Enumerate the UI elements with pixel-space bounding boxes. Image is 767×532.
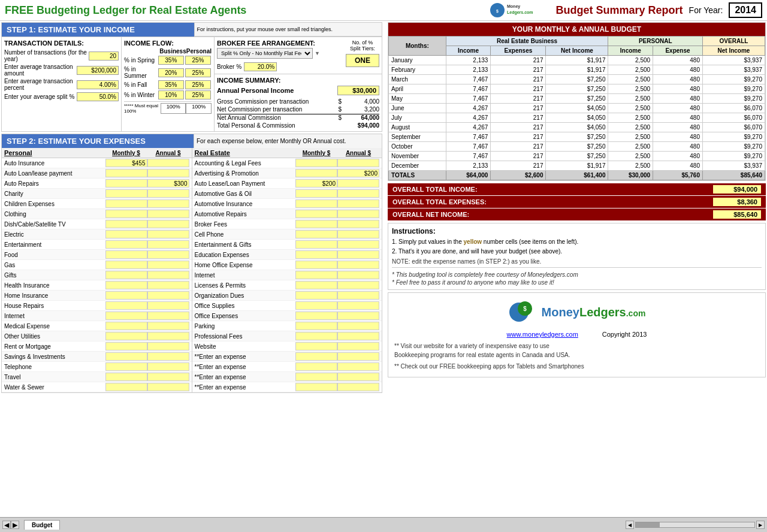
expense-annual-input[interactable] bbox=[337, 261, 379, 269]
if-summer-bus[interactable] bbox=[158, 68, 184, 77]
expense-monthly-input[interactable] bbox=[295, 271, 337, 279]
expense-annual-input[interactable] bbox=[147, 383, 189, 391]
expense-annual-input[interactable] bbox=[337, 169, 379, 177]
td-input-percent[interactable] bbox=[77, 80, 119, 89]
expense-annual-input[interactable] bbox=[337, 250, 379, 259]
expense-monthly-input[interactable] bbox=[105, 301, 147, 310]
expense-monthly-input[interactable] bbox=[295, 261, 337, 269]
expense-monthly-input[interactable] bbox=[105, 230, 147, 238]
expense-monthly-input[interactable] bbox=[295, 230, 337, 238]
expense-annual-input[interactable] bbox=[337, 312, 379, 320]
expense-annual-input[interactable] bbox=[147, 322, 189, 330]
expense-monthly-input[interactable] bbox=[105, 322, 147, 330]
expense-annual-input[interactable] bbox=[147, 240, 189, 249]
expense-monthly-input[interactable] bbox=[105, 261, 147, 269]
expense-monthly-input[interactable] bbox=[105, 291, 147, 300]
expense-annual-input[interactable] bbox=[147, 281, 189, 289]
expense-monthly-input[interactable] bbox=[105, 383, 147, 391]
expense-monthly-input[interactable] bbox=[295, 312, 337, 320]
expense-monthly-input[interactable] bbox=[105, 362, 147, 371]
expense-monthly-input[interactable] bbox=[295, 200, 337, 208]
expense-monthly-input[interactable] bbox=[105, 281, 147, 289]
scroll-right-btn[interactable]: ▶ bbox=[756, 521, 765, 529]
expense-monthly-input[interactable] bbox=[105, 271, 147, 279]
expense-annual-input[interactable] bbox=[337, 230, 379, 238]
expense-monthly-input[interactable] bbox=[105, 250, 147, 259]
expense-annual-input[interactable] bbox=[147, 362, 189, 371]
expense-annual-input[interactable] bbox=[337, 332, 379, 340]
expense-monthly-input[interactable] bbox=[295, 159, 337, 167]
expense-monthly-input[interactable] bbox=[295, 362, 337, 371]
expense-annual-input[interactable] bbox=[147, 220, 189, 228]
expense-monthly-input[interactable] bbox=[295, 342, 337, 350]
expense-monthly-input[interactable] bbox=[295, 383, 337, 391]
expense-annual-input[interactable] bbox=[337, 200, 379, 208]
expense-monthly-input[interactable] bbox=[295, 220, 337, 228]
expense-annual-input[interactable] bbox=[147, 250, 189, 259]
scroll-thumb[interactable] bbox=[636, 522, 660, 527]
if-summer-per[interactable] bbox=[185, 68, 211, 77]
expense-monthly-input[interactable] bbox=[295, 169, 337, 177]
sheet-left-btn[interactable]: ◀ bbox=[2, 521, 11, 529]
expense-monthly-input[interactable] bbox=[295, 281, 337, 289]
expense-annual-input[interactable] bbox=[337, 383, 379, 391]
expense-annual-input[interactable] bbox=[337, 271, 379, 279]
expense-annual-input[interactable] bbox=[337, 240, 379, 249]
expense-annual-input[interactable] bbox=[337, 281, 379, 289]
expense-annual-input[interactable] bbox=[337, 179, 379, 188]
horizontal-scrollbar[interactable]: ◀ ▶ bbox=[623, 521, 767, 529]
expense-monthly-input[interactable] bbox=[295, 210, 337, 218]
if-fall-bus[interactable] bbox=[158, 80, 184, 89]
expense-monthly-input[interactable] bbox=[105, 342, 147, 350]
expense-annual-input[interactable] bbox=[147, 189, 189, 198]
expense-annual-input[interactable] bbox=[147, 342, 189, 350]
expense-monthly-input[interactable] bbox=[295, 179, 337, 188]
expense-annual-input[interactable] bbox=[147, 291, 189, 300]
expense-monthly-input[interactable] bbox=[105, 312, 147, 320]
expense-annual-input[interactable] bbox=[147, 169, 189, 177]
expense-annual-input[interactable] bbox=[147, 373, 189, 381]
broker-pct-input[interactable] bbox=[244, 62, 277, 71]
scroll-left-btn[interactable]: ◀ bbox=[626, 521, 634, 529]
expense-monthly-input[interactable] bbox=[105, 240, 147, 249]
budget-tab[interactable]: Budget bbox=[24, 520, 60, 530]
expense-monthly-input[interactable] bbox=[105, 352, 147, 361]
expense-annual-input[interactable] bbox=[337, 322, 379, 330]
expense-annual-input[interactable] bbox=[337, 291, 379, 300]
expense-annual-input[interactable] bbox=[337, 342, 379, 350]
td-input-amount[interactable] bbox=[77, 66, 119, 75]
expense-monthly-input[interactable] bbox=[105, 169, 147, 177]
scroll-track[interactable] bbox=[635, 522, 755, 528]
expense-monthly-input[interactable] bbox=[295, 291, 337, 300]
expense-monthly-input[interactable] bbox=[295, 322, 337, 330]
expense-monthly-input[interactable] bbox=[105, 200, 147, 208]
expense-annual-input[interactable] bbox=[147, 312, 189, 320]
expense-monthly-input[interactable] bbox=[295, 301, 337, 310]
expense-monthly-input[interactable] bbox=[105, 373, 147, 381]
expense-annual-input[interactable] bbox=[147, 210, 189, 218]
logo-url[interactable]: www.moneyledgers.com bbox=[507, 331, 578, 338]
expense-monthly-input[interactable] bbox=[105, 332, 147, 340]
expense-annual-input[interactable] bbox=[147, 230, 189, 238]
expense-annual-input[interactable] bbox=[147, 200, 189, 208]
expense-annual-input[interactable] bbox=[147, 159, 189, 167]
if-winter-bus[interactable] bbox=[158, 90, 184, 99]
expense-monthly-input[interactable] bbox=[105, 189, 147, 198]
expense-monthly-input[interactable] bbox=[295, 352, 337, 361]
expense-monthly-input[interactable] bbox=[295, 250, 337, 259]
broker-dropdown[interactable]: Split % Only - No Monthly Flat Fee bbox=[217, 48, 313, 59]
sheet-right-btn[interactable]: ▶ bbox=[11, 521, 19, 529]
expense-annual-input[interactable] bbox=[147, 352, 189, 361]
td-input-transactions[interactable] bbox=[89, 52, 119, 61]
if-winter-per[interactable] bbox=[185, 90, 211, 99]
expense-annual-input[interactable] bbox=[337, 220, 379, 228]
if-spring-per[interactable] bbox=[185, 56, 211, 65]
expense-annual-input[interactable] bbox=[337, 373, 379, 381]
if-fall-per[interactable] bbox=[185, 80, 211, 89]
expense-monthly-input[interactable] bbox=[295, 332, 337, 340]
expense-annual-input[interactable] bbox=[147, 261, 189, 269]
expense-annual-input[interactable] bbox=[337, 352, 379, 361]
expense-annual-input[interactable] bbox=[337, 159, 379, 167]
expense-annual-input[interactable] bbox=[337, 362, 379, 371]
if-spring-bus[interactable] bbox=[158, 56, 184, 65]
